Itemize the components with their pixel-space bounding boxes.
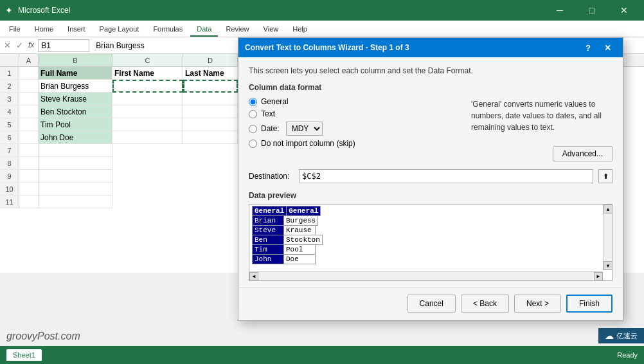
dialog-close-button[interactable]: ✕ <box>598 39 616 57</box>
cell-b3[interactable]: Steve Krause <box>39 93 112 105</box>
cell-b11[interactable] <box>39 196 112 208</box>
fx-icon: fx <box>28 41 34 50</box>
dialog-body: This screen lets you select each column … <box>238 57 623 287</box>
minimize-button[interactable]: ─ <box>545 0 575 21</box>
ribbon-tab-view[interactable]: View <box>257 23 285 37</box>
close-button[interactable]: ✕ <box>609 0 639 21</box>
collapse-icon: ⬆ <box>603 172 609 181</box>
ribbon-tab-data[interactable]: Data <box>190 23 218 37</box>
cell-c3[interactable] <box>112 93 183 105</box>
dialog-help-button[interactable]: ? <box>579 39 597 57</box>
dialog-footer: Cancel < Back Next > Finish <box>238 287 623 320</box>
next-button[interactable]: Next > <box>514 295 561 313</box>
cell-b10[interactable] <box>39 183 112 196</box>
radio-general[interactable] <box>249 98 257 106</box>
app-icon: ✦ <box>5 5 13 15</box>
cell-b1[interactable]: Full Name <box>39 67 112 80</box>
scroll-right-button[interactable]: ▶ <box>594 272 603 281</box>
row-num-1: 1 <box>0 67 19 80</box>
sheet-tab[interactable]: Sheet1 <box>6 349 42 361</box>
cell-c6[interactable] <box>112 131 183 144</box>
ribbon-tab-formulas[interactable]: Formulas <box>147 23 189 37</box>
cell-d3[interactable] <box>183 93 238 105</box>
preview-data-row: Brian Burgess <box>252 216 602 226</box>
cell-a6[interactable] <box>19 131 39 144</box>
cancel-button[interactable]: Cancel <box>407 295 456 313</box>
data-preview-label: Data preview <box>249 191 613 200</box>
cell-d2[interactable] <box>183 80 238 93</box>
preview-cell-5: Doe <box>283 254 316 264</box>
maximize-button[interactable]: □ <box>577 0 607 21</box>
cell-b6[interactable]: John Doe <box>39 131 112 144</box>
radio-row-skip: Do not import column (skip) <box>249 139 465 148</box>
ribbon-tab-pagelayout[interactable]: Page Layout <box>93 23 146 37</box>
dialog: Convert Text to Columns Wizard - Step 1 … <box>238 37 623 321</box>
cell-b4[interactable]: Ben Stockton <box>39 105 112 118</box>
destination-row: Destination: ⬆ <box>249 169 613 183</box>
preview-cell-2: Krause <box>283 225 316 235</box>
cell-a10[interactable] <box>19 183 39 196</box>
row-num-2: 2 <box>0 80 19 93</box>
preview-cell-4: Pool <box>283 244 316 255</box>
preview-data-row: Ben Stockton <box>252 235 602 245</box>
section-label-column-format: Column data format <box>249 83 613 92</box>
col-header-a[interactable]: A <box>19 54 39 66</box>
finish-button[interactable]: Finish <box>566 295 613 313</box>
scroll-left-button[interactable]: ◀ <box>249 272 258 281</box>
destination-input[interactable] <box>299 169 593 183</box>
bottom-bar: Sheet1 Ready <box>0 346 644 364</box>
scroll-down-button[interactable]: ▼ <box>604 261 613 270</box>
name-box[interactable] <box>38 39 89 52</box>
cell-b2[interactable]: Brian Burgess <box>39 80 112 93</box>
col-header-d[interactable]: D <box>183 54 238 66</box>
cell-b9[interactable] <box>39 170 112 183</box>
radio-date[interactable] <box>249 125 257 133</box>
cell-c2[interactable] <box>112 80 183 93</box>
cell-d6[interactable] <box>183 131 238 144</box>
row-num-9: 9 <box>0 170 19 183</box>
cell-a3[interactable] <box>19 93 39 105</box>
cell-c5[interactable] <box>112 118 183 131</box>
cell-b8[interactable] <box>39 157 112 170</box>
radio-date-label: Date: <box>261 124 280 133</box>
groovypost-watermark: groovyPost.com <box>6 331 80 342</box>
cell-a5[interactable] <box>19 118 39 131</box>
preview-header-row: General General <box>252 206 602 216</box>
date-format-select[interactable]: MDY DMY YMD <box>286 122 323 136</box>
cell-d5[interactable] <box>183 118 238 131</box>
cell-b5[interactable]: Tim Pool <box>39 118 112 131</box>
cell-a1[interactable] <box>19 67 39 80</box>
cell-a9[interactable] <box>19 170 39 183</box>
ribbon-tab-home[interactable]: Home <box>28 23 60 37</box>
cell-b7[interactable] <box>39 144 112 157</box>
cell-a2[interactable] <box>19 80 39 93</box>
yisu-badge: ☁ 亿速云 <box>598 328 644 343</box>
col-header-c[interactable]: C <box>112 54 183 66</box>
fx-confirm-icon: ✓ <box>16 41 23 50</box>
back-button[interactable]: < Back <box>461 295 509 313</box>
cell-c4[interactable] <box>112 105 183 118</box>
yisu-text: 亿速云 <box>616 331 638 341</box>
ribbon-tab-review[interactable]: Review <box>219 23 255 37</box>
radio-row-general: General <box>249 97 465 106</box>
cell-a7[interactable] <box>19 144 39 157</box>
col-header-b[interactable]: B <box>39 54 112 66</box>
collapse-button[interactable]: ⬆ <box>598 169 613 183</box>
scroll-up-button[interactable]: ▲ <box>604 205 613 214</box>
ribbon-tab-help[interactable]: Help <box>286 23 314 37</box>
cell-a4[interactable] <box>19 105 39 118</box>
cell-c1[interactable]: First Name <box>112 67 183 80</box>
ribbon-tab-insert[interactable]: Insert <box>61 23 92 37</box>
radio-skip[interactable] <box>249 140 257 148</box>
cell-d1[interactable]: Last Name <box>183 67 238 80</box>
data-preview-box: General General Brian Burgess Steve Krau… <box>249 204 613 281</box>
cell-a11[interactable] <box>19 196 39 208</box>
ribbon-tab-file[interactable]: File <box>3 23 27 37</box>
cell-d4[interactable] <box>183 105 238 118</box>
cell-a8[interactable] <box>19 157 39 170</box>
right-desc-text: 'General' converts numeric values to num… <box>471 100 602 132</box>
radio-text[interactable] <box>249 110 257 118</box>
ready-status: Ready <box>617 351 638 359</box>
status-right: Ready <box>617 351 638 359</box>
advanced-button[interactable]: Advanced... <box>553 146 613 161</box>
